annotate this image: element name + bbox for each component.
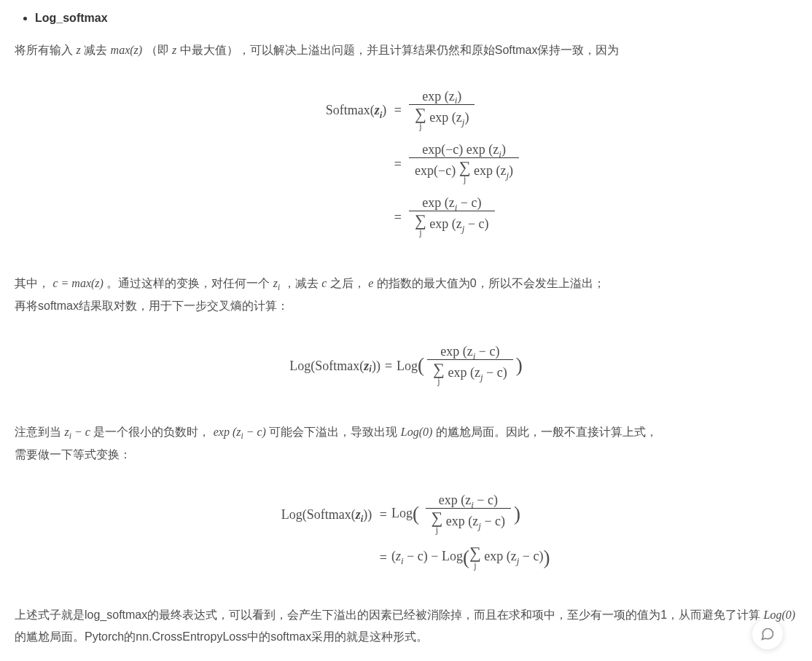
exp: exp	[439, 493, 458, 507]
math: − c	[71, 426, 90, 438]
text: 的尴尬局面。Pytorch的nn.CrossEntropyLoss中的softm…	[15, 630, 428, 643]
text: 是一个很小的负数时，	[93, 426, 210, 438]
text: 的尴尬局面。因此，一般不直接计算上式，	[436, 426, 657, 438]
math: Log(0)	[401, 426, 433, 438]
sub: i	[455, 202, 458, 213]
sub: j	[506, 170, 509, 181]
paren: )	[457, 89, 461, 103]
sum-sub: j	[436, 526, 438, 535]
paren: )	[501, 142, 506, 157]
equals: =	[394, 157, 402, 171]
math: − c)	[243, 426, 266, 438]
exp: exp	[466, 142, 485, 157]
paren: − c)	[483, 365, 507, 380]
exp: exp	[422, 195, 441, 210]
exp: exp	[415, 163, 434, 178]
equals: =	[394, 210, 402, 224]
paren: )	[382, 103, 386, 117]
fraction: exp (zi − c) ∑j exp (zj − c)	[427, 343, 513, 388]
sum-icon: ∑j	[433, 361, 445, 386]
log: Log	[442, 549, 463, 564]
sum-icon: ∑j	[415, 106, 426, 131]
paren: (z	[461, 493, 471, 507]
exp: exp	[474, 163, 493, 178]
equals: =	[394, 103, 402, 117]
sub: j	[462, 223, 465, 234]
paragraph-2: 其中， c = max(z) 。通过这样的变换，对任何一个 zi ，减去 c 之…	[15, 273, 797, 317]
text: 中最大值），可以解决上溢出问题，并且计算结果仍然和原始Softmax保持一致，因…	[180, 44, 620, 56]
speech-bubble-icon	[760, 627, 775, 641]
sub-i: i	[361, 513, 364, 524]
text: 上述式子就是log_softmax的最终表达式，可以看到，会产生下溢出的因素已经…	[15, 609, 764, 621]
paren: (z	[452, 110, 462, 125]
text: 注意到当	[15, 426, 64, 438]
math-z: z	[172, 44, 176, 56]
eq-row: Log(Softmax(zi)) = Log( exp (zi − c) ∑j …	[15, 488, 797, 541]
text: 其中，	[15, 277, 50, 289]
sum-sub: j	[464, 176, 466, 184]
equals: =	[380, 550, 387, 565]
sub-i: i	[369, 364, 372, 374]
bullet-list: Log_softmax	[15, 7, 797, 29]
sub: i	[473, 351, 476, 361]
fraction: exp (zi − c) ∑j exp (zj − c)	[409, 195, 495, 239]
paren: (z	[507, 549, 517, 564]
sum-sub: j	[474, 562, 476, 571]
log: Log	[289, 359, 311, 372]
text: 的指数的最大值为0，所以不会发生上溢出；	[377, 277, 605, 289]
paragraph-1: 将所有输入 z 减去 max(z) （即 z 中最大值），可以解决上溢出问题，并…	[15, 39, 797, 61]
z-bold: z	[364, 359, 369, 372]
sub: j	[462, 117, 465, 128]
paren: − c)	[474, 493, 498, 507]
paren: (−c)	[434, 163, 456, 178]
eq-row: = exp(−c) exp (zi) exp(−c) ∑j exp (zj)	[15, 137, 797, 190]
paren: (z	[445, 195, 455, 210]
text: ，减去	[284, 277, 321, 289]
text: 需要做一下等式变换：	[15, 448, 131, 461]
sub: i	[241, 431, 243, 440]
log: Log	[397, 359, 418, 372]
sum-sub: j	[437, 378, 440, 386]
heading: Log_softmax	[35, 12, 108, 24]
paren: − c)	[475, 344, 499, 359]
fraction: exp (zi − c) ∑j exp (zj − c)	[426, 492, 512, 536]
z-bold: z	[375, 103, 380, 117]
log: Log	[281, 507, 302, 522]
paren: (z	[468, 514, 478, 528]
paren: (z	[488, 142, 499, 157]
sub: i	[401, 555, 404, 566]
sum-icon: ∑j	[432, 510, 443, 535]
sum-icon: ∑j	[415, 213, 426, 238]
paren: (z	[463, 344, 473, 359]
equals: =	[380, 507, 387, 522]
sub: i	[455, 95, 458, 106]
equation-block-1: Softmax(zi) = exp (zi) ∑j exp (zj) = exp…	[15, 84, 797, 244]
paragraph-3: 注意到当 zi − c 是一个很小的负数时， exp (zi − c) 可能会下…	[15, 421, 797, 466]
softmax-label: Softmax(	[326, 103, 375, 117]
softmax-label: Softmax(	[307, 507, 356, 522]
minus: −	[431, 549, 442, 564]
paren: − c)	[519, 549, 543, 564]
eq-row: = (zi − c) − Log(∑j exp (zj − c))	[15, 541, 797, 574]
equation-block-2: Log(Softmax(zi)) = Log( exp (zi − c) ∑j …	[15, 339, 797, 392]
exp: exp	[429, 110, 448, 125]
exp: exp	[422, 142, 441, 157]
math-z: z	[76, 44, 80, 56]
equals: =	[385, 359, 392, 372]
text: 可能会下溢出，导致出现	[269, 426, 400, 438]
sub: i	[499, 149, 501, 160]
sub: j	[517, 555, 520, 566]
eq-row: = exp (zi − c) ∑j exp (zj − c)	[15, 190, 797, 243]
exp: exp	[448, 365, 466, 380]
text: 之后，	[330, 277, 365, 289]
sub: i	[69, 431, 71, 440]
math: e	[368, 277, 373, 289]
fraction: exp(−c) exp (zi) exp(−c) ∑j exp (zj)	[409, 141, 519, 186]
paren: (z	[496, 163, 506, 178]
paren: − c)	[481, 514, 505, 528]
fraction: exp (zi) ∑j exp (zj)	[409, 88, 475, 133]
math: c	[321, 277, 327, 289]
eq-row: Log(Softmax(zi)) = Log( exp (zi − c) ∑j …	[15, 339, 797, 392]
text: （即	[146, 44, 172, 56]
text: 将所有输入	[15, 44, 76, 56]
